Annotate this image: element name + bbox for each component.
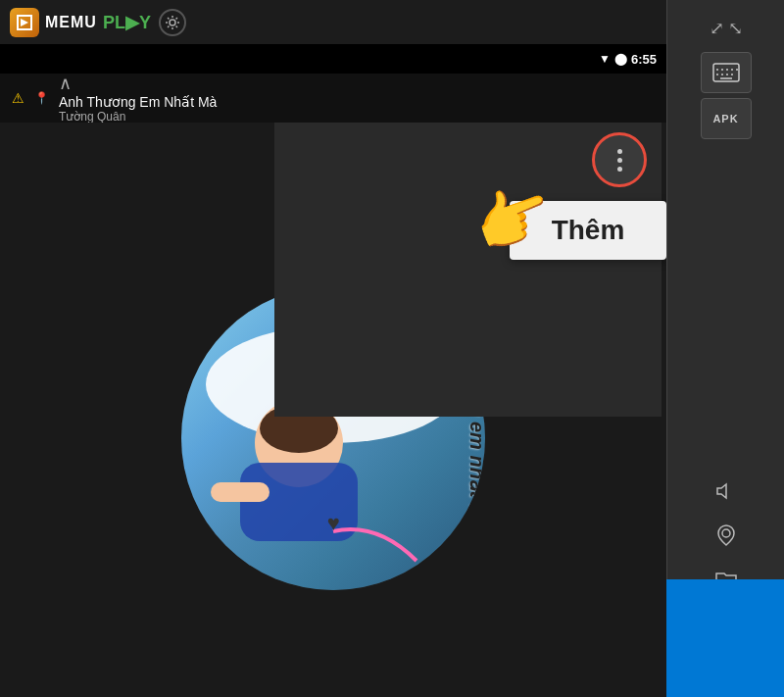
memu-logo-icon bbox=[10, 8, 39, 37]
resize-controls: ⤢ ⤡ bbox=[710, 10, 743, 47]
notification-bar: ⚠ 📍 ∧ Anh Thương Em Nhất Mà Tường Quân bbox=[0, 74, 666, 123]
keyboard-button[interactable] bbox=[701, 52, 752, 93]
signal-down-icon: ▼ bbox=[599, 52, 611, 66]
notification-content: ∧ Anh Thương Em Nhất Mà Tường Quân bbox=[59, 73, 655, 124]
status-icons: ▼ ⬤ 6:55 bbox=[599, 52, 657, 67]
dot-1 bbox=[617, 149, 622, 154]
dot-3 bbox=[617, 167, 622, 172]
memu-play-text: PL▶Y bbox=[103, 12, 151, 33]
memu-logo-text: MEMU bbox=[45, 14, 97, 31]
android-status-bar: ▼ ⬤ 6:55 bbox=[0, 44, 666, 74]
them-button-label: Thêm bbox=[552, 215, 625, 246]
notification-subtitle: Tường Quân bbox=[59, 110, 655, 124]
emulator-window: MEMU PL▶Y ▼ ⬤ 6:55 ⚠ 📍 ∧ Anh Thương Em N… bbox=[0, 0, 666, 697]
svg-point-2 bbox=[170, 20, 175, 25]
svg-point-20 bbox=[722, 529, 730, 537]
right-sidebar: ⤢ ⤡ APK bbox=[666, 0, 784, 697]
battery-icon: ⬤ bbox=[614, 52, 627, 66]
apk-label: APK bbox=[712, 113, 738, 124]
three-dots-inner bbox=[617, 149, 622, 172]
location-button[interactable] bbox=[707, 516, 746, 555]
expand-icon[interactable]: ⤢ bbox=[710, 18, 724, 39]
memu-logo: MEMU PL▶Y bbox=[10, 8, 151, 37]
memu-topbar: MEMU PL▶Y bbox=[0, 0, 666, 44]
android-content: TUONG QUAN anh yêu em nhất mà ♥ 👈 Thêm bbox=[0, 123, 666, 697]
three-dots-button[interactable] bbox=[592, 132, 647, 187]
status-time: 6:55 bbox=[631, 52, 657, 67]
warning-icon: ⚠ bbox=[12, 90, 24, 106]
collapse-icon[interactable]: ∧ bbox=[59, 73, 655, 94]
memu-settings-icon[interactable] bbox=[159, 9, 186, 36]
collapse-icon[interactable]: ⤡ bbox=[728, 18, 743, 39]
apk-button[interactable]: APK bbox=[701, 98, 752, 139]
album-heart: ♥ bbox=[327, 511, 340, 536]
svg-marker-19 bbox=[717, 484, 726, 498]
dot-2 bbox=[617, 158, 622, 163]
location-icon: 📍 bbox=[34, 91, 49, 105]
svg-rect-6 bbox=[211, 482, 270, 502]
svg-marker-1 bbox=[21, 19, 28, 26]
windows-taskbar bbox=[666, 579, 784, 697]
volume-button[interactable] bbox=[707, 472, 746, 511]
notification-title: Anh Thương Em Nhất Mà bbox=[59, 94, 655, 110]
